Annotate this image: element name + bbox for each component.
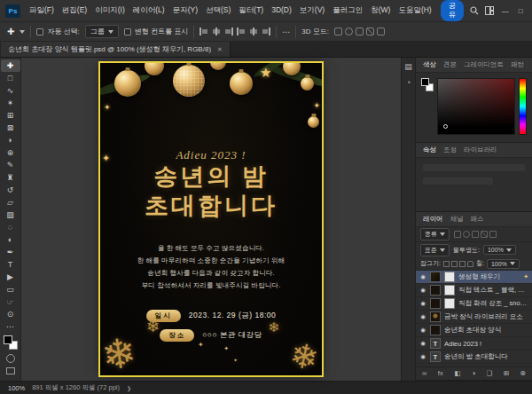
layer-name[interactable]: 금박 장식 라이브러리 요소 — [444, 312, 528, 321]
zoom-level[interactable]: 100% — [8, 384, 25, 392]
lasso-tool[interactable]: ∿ — [1, 84, 20, 97]
more-options-icon[interactable]: ⋯ — [282, 28, 290, 36]
visibility-eye-icon[interactable]: ◉ — [419, 287, 426, 294]
edit-toolbar-icon[interactable]: ⋯ — [1, 320, 20, 333]
saturation-brightness-field[interactable] — [437, 78, 515, 135]
add-mask-icon[interactable]: ◧ — [454, 370, 460, 377]
history-brush-tool[interactable]: ↺ — [1, 184, 20, 196]
screen-mode-icon[interactable] — [6, 367, 15, 374]
brush-tool[interactable]: ✎ — [1, 159, 20, 171]
layer-thumbnail[interactable] — [430, 298, 441, 309]
layer-name[interactable]: 직접 화려 강조 _ snowflake — [458, 299, 528, 308]
layer-filter-dropdown[interactable]: 종류 — [420, 228, 450, 240]
visibility-eye-icon[interactable]: ◉ — [419, 340, 426, 347]
menu-help[interactable]: 도움말(H) — [395, 3, 434, 19]
tab-properties[interactable]: 속성 — [419, 144, 440, 156]
menu-plugins[interactable]: 플러그인 — [329, 3, 366, 19]
adjustment-layer-icon[interactable]: ◑ — [472, 370, 476, 377]
link-layers-icon[interactable]: ∞ — [422, 370, 426, 377]
visibility-eye-icon[interactable]: ◉ — [419, 313, 426, 320]
new-group-icon[interactable]: ❑ — [487, 370, 493, 377]
auto-select-option[interactable]: 자동 선택: — [36, 27, 79, 36]
path-selection-tool[interactable]: ▶ — [1, 271, 20, 283]
collapsed-properties-icon[interactable]: ▤ — [404, 63, 412, 71]
quick-mask-icon[interactable] — [6, 354, 15, 363]
text-layer-thumbnail[interactable]: T — [430, 338, 441, 349]
panel-color-chips[interactable] — [421, 78, 434, 91]
dodge-tool[interactable]: ◐ — [1, 233, 20, 246]
menu-image[interactable]: 이미지(I) — [91, 3, 129, 19]
hand-tool[interactable]: ☞ — [1, 296, 20, 308]
tab-libraries[interactable]: 라이브러리 — [460, 144, 501, 156]
delete-layer-icon[interactable]: ⊗ — [520, 370, 526, 377]
share-button[interactable]: 공유 — [441, 0, 464, 21]
menu-select[interactable]: 선택(S) — [202, 3, 234, 19]
auto-select-target-dropdown[interactable]: 그룹 — [85, 25, 119, 38]
opacity-dropdown[interactable]: 100% — [483, 245, 516, 255]
tab-paths[interactable]: 패스 — [467, 213, 488, 225]
menu-view[interactable]: 보기(V) — [296, 3, 328, 19]
menu-file[interactable]: 파일(F) — [26, 3, 58, 19]
align-bottom-icon[interactable] — [262, 28, 270, 35]
tab-gradients[interactable]: 그레이디언트 — [460, 59, 507, 71]
align-left-icon[interactable] — [200, 28, 208, 35]
layer-style-fx-icon[interactable]: fx — [438, 370, 443, 377]
visibility-eye-icon[interactable]: ◉ — [419, 273, 426, 280]
tool-preset-caret-icon[interactable] — [20, 30, 25, 34]
layer-row-text[interactable]: ◉ T Adieu 2023 ! — [416, 337, 532, 351]
new-layer-icon[interactable]: ⊞ — [504, 370, 509, 377]
foreground-background-colors[interactable] — [4, 335, 18, 350]
blend-mode-dropdown[interactable]: 표준 — [420, 244, 450, 256]
visibility-eye-icon[interactable]: ◉ — [419, 300, 426, 307]
rectangular-marquee-tool[interactable]: □ — [1, 72, 20, 84]
tab-patterns[interactable]: 패턴 — [507, 59, 528, 71]
lock-pixels-icon[interactable] — [451, 261, 458, 267]
layer-name[interactable]: 생성형 채우기 — [458, 272, 520, 281]
text-layer-thumbnail[interactable]: T — [430, 351, 441, 362]
3d-roll-icon[interactable] — [345, 28, 353, 35]
visibility-eye-icon[interactable]: ◉ — [419, 327, 426, 334]
workspace-switcher-icon[interactable] — [485, 6, 494, 15]
shape-tool[interactable]: ▭ — [1, 283, 20, 296]
canvas-area[interactable]: ★ ✦ ✦ ✦ Adieu 2023 ! 송년의 밤 초대합니다 올 한 해도 … — [21, 58, 401, 381]
layer-name[interactable]: 직접 텍스트 _ 블랙, 금박 — [458, 286, 528, 295]
menu-3d[interactable]: 3D(D) — [268, 3, 295, 19]
tab-swatches[interactable]: 견본 — [440, 59, 460, 71]
eraser-tool[interactable]: ▱ — [1, 196, 20, 209]
layer-row[interactable]: ◉ 직접 화려 강조 _ snowflake — [416, 297, 532, 311]
3d-rotate-icon[interactable] — [334, 28, 342, 35]
menu-filter[interactable]: 필터(T) — [235, 3, 267, 19]
tab-adjustments[interactable]: 조정 — [440, 144, 460, 156]
gradient-tool[interactable]: ▨ — [1, 209, 20, 221]
layer-mask-thumbnail[interactable] — [444, 285, 455, 296]
layer-row-text[interactable]: ◉ T 송년의 밤 초대합니다 — [416, 351, 532, 364]
tab-color[interactable]: 색상 — [419, 59, 440, 71]
lock-all-icon[interactable] — [467, 261, 473, 267]
hue-slider[interactable] — [519, 78, 527, 135]
foreground-color-chip[interactable] — [4, 335, 12, 344]
minimize-button[interactable]: — — [500, 7, 511, 15]
auto-select-checkbox[interactable] — [36, 28, 43, 35]
align-center-icon[interactable] — [212, 28, 221, 35]
layer-row[interactable]: ◉ 송년회 초대장 양식 — [416, 324, 532, 337]
layer-thumbnail[interactable] — [430, 272, 441, 282]
invitation-artboard[interactable]: ★ ✦ ✦ ✦ Adieu 2023 ! 송년의 밤 초대합니다 올 한 해도 … — [100, 63, 322, 375]
layer-thumbnail[interactable] — [430, 325, 441, 335]
maximize-button[interactable]: □ — [517, 7, 525, 15]
filter-pixel-icon[interactable] — [454, 231, 461, 238]
layer-name[interactable]: Adieu 2023 ! — [444, 340, 528, 348]
menu-type[interactable]: 문자(Y) — [169, 3, 201, 19]
layer-mask-thumbnail[interactable] — [444, 298, 455, 309]
eyedropper-tool[interactable]: ◗ — [1, 134, 20, 146]
move-tool[interactable]: ✚ — [1, 59, 20, 72]
filter-type-icon[interactable] — [472, 231, 479, 238]
blur-tool[interactable]: ◌ — [1, 221, 20, 233]
search-icon[interactable] — [470, 6, 479, 15]
zoom-tool[interactable]: ⊙ — [1, 308, 20, 320]
menu-window[interactable]: 창(W) — [367, 3, 394, 19]
lock-transparency-icon[interactable] — [443, 261, 450, 267]
frame-tool[interactable]: ⊠ — [1, 122, 20, 134]
quick-selection-tool[interactable]: ✶ — [1, 97, 20, 109]
filter-shape-icon[interactable] — [481, 231, 488, 238]
document-tab[interactable]: 송년회 초대장 양식 템플릿.psd @ 100% (생성형 채우기, RGB/… — [1, 42, 231, 57]
